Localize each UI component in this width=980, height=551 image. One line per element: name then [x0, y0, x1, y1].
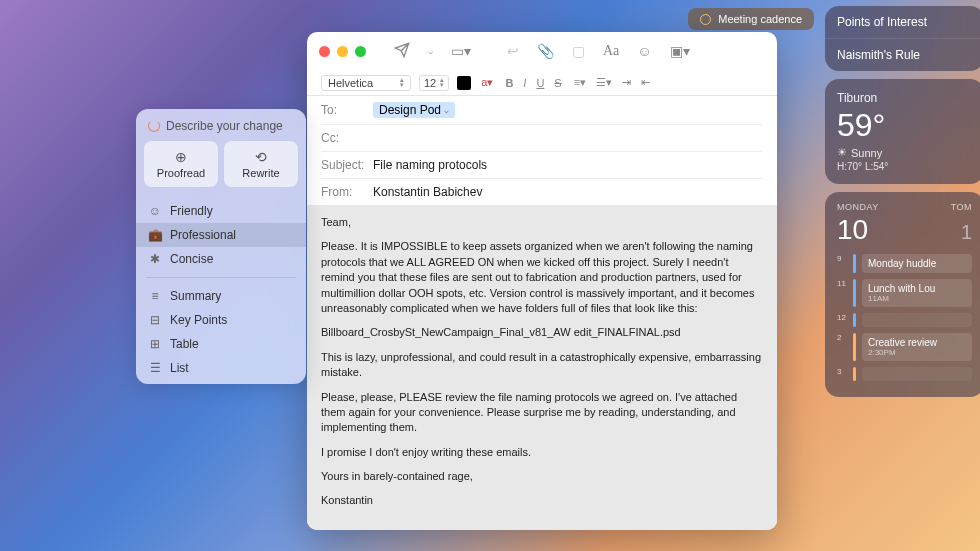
- format-bar: Helvetica▴▾ 12▴▾ a▾ B I U S ≡▾ ☰▾ ⇥ ⇤: [307, 70, 777, 96]
- mail-body[interactable]: Team, Please. It is IMPOSSIBLE to keep a…: [307, 205, 777, 530]
- magnify-icon: ⊕: [148, 149, 214, 165]
- rewrite-icon: ⟲: [228, 149, 294, 165]
- attach-icon[interactable]: 📎: [537, 43, 554, 59]
- notes-item[interactable]: Naismith's Rule: [825, 39, 980, 71]
- chevron-down-icon: ⌵: [444, 106, 449, 115]
- send-icon[interactable]: [394, 42, 410, 61]
- calendar-event[interactable]: 2Creative review2:30PM: [837, 333, 972, 361]
- zoom-button[interactable]: [355, 46, 366, 57]
- calendar-next-label: TOM: [951, 202, 972, 212]
- tone-icon: ☺: [148, 204, 162, 218]
- weather-location: Tiburon: [837, 91, 972, 105]
- event-bar: [853, 313, 856, 327]
- mail-headers: To: Design Pod⌵ Cc: Subject: File naming…: [307, 96, 777, 205]
- format-option-list[interactable]: ☰List: [136, 356, 306, 380]
- writing-tools-panel: Describe your change ⊕ Proofread ⟲ Rewri…: [136, 109, 306, 384]
- minimize-button[interactable]: [337, 46, 348, 57]
- tone-icon: 💼: [148, 228, 162, 242]
- calendar-day-label: MONDAY: [837, 202, 879, 212]
- format-option-table[interactable]: ⊞Table: [136, 332, 306, 356]
- from-label: From:: [321, 185, 373, 199]
- from-field[interactable]: Konstantin Babichev: [373, 185, 482, 199]
- tone-option-concise[interactable]: ✱Concise: [136, 247, 306, 271]
- emoji-icon[interactable]: ☺: [637, 43, 651, 59]
- size-select[interactable]: 12▴▾: [419, 75, 449, 91]
- to-label: To:: [321, 103, 373, 117]
- underline-icon[interactable]: U: [534, 77, 546, 89]
- calendar-widget[interactable]: MONDAY TOM 10 1 9Monday huddle11Lunch wi…: [825, 192, 980, 397]
- sparkle-icon: [148, 120, 160, 132]
- weather-range: H:70° L:54°: [837, 161, 972, 172]
- rewrite-button[interactable]: ⟲ Rewrite: [224, 141, 298, 187]
- format-icon: ⊞: [148, 337, 162, 351]
- event-bar: [853, 367, 856, 381]
- calendar-next-date: 1: [961, 221, 972, 244]
- proofread-button[interactable]: ⊕ Proofread: [144, 141, 218, 187]
- weather-temp: 59°: [837, 107, 972, 144]
- tone-option-friendly[interactable]: ☺Friendly: [136, 199, 306, 223]
- bold-icon[interactable]: B: [503, 77, 515, 89]
- format-icon: ⊟: [148, 313, 162, 327]
- notes-item[interactable]: Points of Interest: [825, 6, 980, 39]
- mail-compose-window: ⌵ ▭▾ ↩ 📎 ▢ Aa ☺ ▣▾ Helvetica▴▾ 12▴▾ a▾ B…: [307, 32, 777, 530]
- media-icon[interactable]: ▣▾: [670, 43, 690, 59]
- widget-column: Points of Interest Naismith's Rule Tibur…: [825, 0, 980, 551]
- text-color-icon[interactable]: a▾: [479, 76, 495, 89]
- italic-icon[interactable]: I: [521, 77, 528, 89]
- event-bar: [853, 254, 856, 273]
- format-icon: ☰: [148, 361, 162, 375]
- header-fields-icon[interactable]: ▭▾: [451, 43, 471, 59]
- calendar-event[interactable]: 3: [837, 367, 972, 381]
- titlebar: ⌵ ▭▾ ↩ 📎 ▢ Aa ☺ ▣▾: [307, 32, 777, 70]
- calendar-date: 10: [837, 214, 868, 246]
- calendar-event[interactable]: 12: [837, 313, 972, 327]
- reminder-circle-icon: [700, 14, 711, 25]
- event-bar: [853, 333, 856, 361]
- weather-condition: ☀Sunny: [837, 146, 972, 159]
- photo-icon[interactable]: ▢: [572, 43, 585, 59]
- recipient-chip[interactable]: Design Pod⌵: [373, 102, 455, 118]
- chevron-down-icon[interactable]: ⌵: [428, 46, 433, 56]
- cc-label: Cc:: [321, 131, 373, 145]
- indent-right-icon[interactable]: ⇥: [620, 76, 633, 89]
- traffic-lights: [319, 46, 366, 57]
- format-option-summary[interactable]: ≡Summary: [136, 284, 306, 308]
- align-icon[interactable]: ≡▾: [572, 76, 588, 89]
- indent-left-icon[interactable]: ⇤: [639, 76, 652, 89]
- tone-icon: ✱: [148, 252, 162, 266]
- reply-icon: ↩: [507, 43, 519, 59]
- format-option-key-points[interactable]: ⊟Key Points: [136, 308, 306, 332]
- close-button[interactable]: [319, 46, 330, 57]
- strikethrough-icon[interactable]: S: [552, 77, 563, 89]
- list-icon[interactable]: ☰▾: [594, 76, 614, 89]
- tone-option-professional[interactable]: 💼Professional: [136, 223, 306, 247]
- subject-field[interactable]: File naming protocols: [373, 158, 487, 172]
- text-color-swatch[interactable]: [457, 76, 471, 90]
- calendar-event[interactable]: 9Monday huddle: [837, 254, 972, 273]
- font-select[interactable]: Helvetica▴▾: [321, 75, 411, 91]
- weather-widget[interactable]: Tiburon 59° ☀Sunny H:70° L:54°: [825, 79, 980, 184]
- format-icon: ≡: [148, 289, 162, 303]
- calendar-event[interactable]: 11Lunch with Lou11AM: [837, 279, 972, 307]
- notes-widget: Points of Interest Naismith's Rule: [825, 6, 980, 71]
- format-icon[interactable]: Aa: [603, 43, 619, 59]
- reminder-pill[interactable]: Meeting cadence: [688, 8, 814, 30]
- writing-tools-header[interactable]: Describe your change: [136, 109, 306, 141]
- sun-icon: ☀: [837, 146, 847, 159]
- subject-label: Subject:: [321, 158, 373, 172]
- mail-toolbar: ⌵ ▭▾ ↩ 📎 ▢ Aa ☺ ▣▾: [394, 42, 690, 61]
- event-bar: [853, 279, 856, 307]
- reminder-label: Meeting cadence: [718, 13, 802, 25]
